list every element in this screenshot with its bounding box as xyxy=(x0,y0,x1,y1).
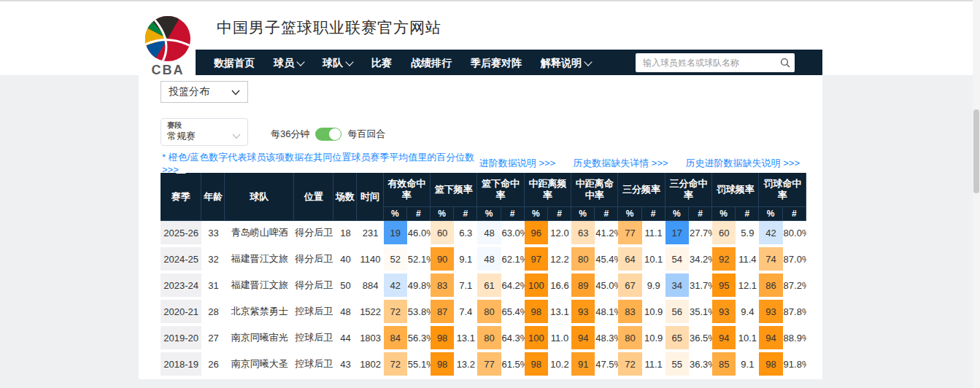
main-nav: 数据首页球员球队比赛战绩排行季后赛对阵解释说明 xyxy=(196,50,822,77)
column-header[interactable]: 赛季 xyxy=(161,173,201,221)
value-cell: 48.1% xyxy=(595,300,618,326)
cell-games: 48 xyxy=(333,300,357,326)
value-cell: 52.1% xyxy=(407,247,431,273)
percentile-cell: 72 xyxy=(384,300,407,326)
percentile-cell: 91 xyxy=(571,352,595,379)
scrollbar-thumb[interactable] xyxy=(973,109,979,193)
search-icon[interactable] xyxy=(776,53,795,72)
value-cell: 7.4 xyxy=(454,300,477,326)
stat-sub-header[interactable]: % xyxy=(665,207,689,221)
stat-sub-header[interactable]: # xyxy=(407,207,431,221)
column-header[interactable]: 年龄 xyxy=(201,173,225,221)
percentile-cell: 83 xyxy=(431,273,454,300)
nav-item[interactable]: 季后赛对阵 xyxy=(471,57,522,70)
stat-sub-header[interactable]: % xyxy=(712,207,736,221)
stat-sub-header[interactable]: # xyxy=(689,207,712,221)
value-cell: 36.5% xyxy=(689,326,712,352)
stat-group-header[interactable]: 有效命中率 xyxy=(384,173,431,207)
stat-sub-header[interactable]: # xyxy=(548,207,571,221)
percentile-cell: 42 xyxy=(759,221,782,247)
value-cell: 11.4 xyxy=(736,247,759,273)
percentile-cell: 87 xyxy=(431,300,454,326)
cell-team: 南京同曦大圣 xyxy=(225,352,294,379)
value-cell: 87.2% xyxy=(783,273,806,300)
percentile-cell: 67 xyxy=(618,273,641,300)
search-box xyxy=(636,53,795,72)
help-link[interactable]: 进阶数据说明 >>> xyxy=(479,157,555,170)
percentile-cell: 85 xyxy=(712,352,736,379)
toggle-knob xyxy=(329,128,341,140)
stat-group-header[interactable]: 罚球命中率 xyxy=(759,173,806,207)
stat-sub-header[interactable]: % xyxy=(384,207,407,221)
stat-sub-header[interactable]: % xyxy=(525,207,548,221)
cell-season: 2023-24 xyxy=(161,273,201,300)
percentile-cell: 34 xyxy=(665,273,689,300)
percentile-cell: 86 xyxy=(759,273,782,300)
chevron-down-icon xyxy=(584,58,592,66)
stat-group-header[interactable]: 篮下命中率 xyxy=(477,173,524,207)
value-cell: 9.4 xyxy=(736,300,759,326)
value-cell: 6.3 xyxy=(454,221,477,247)
nav-item[interactable]: 比赛 xyxy=(371,57,392,70)
stat-sub-header[interactable]: % xyxy=(571,207,595,221)
value-cell: 35.1% xyxy=(689,300,712,326)
stat-sub-header[interactable]: % xyxy=(618,207,641,221)
stat-group-header[interactable]: 篮下频率 xyxy=(431,173,477,207)
column-header[interactable]: 场数 xyxy=(333,173,357,221)
stat-category-select[interactable]: 投篮分布 xyxy=(161,81,248,103)
value-cell: 41.2% xyxy=(595,221,618,247)
stat-sub-header[interactable]: # xyxy=(736,207,759,221)
percentile-note-link[interactable]: * 橙色/蓝色数字代表球员该项数据在其同位置球员赛季平均值里的百分位数 >>> xyxy=(162,151,479,175)
stat-sub-header[interactable]: # xyxy=(783,207,806,221)
value-cell: 12.1 xyxy=(736,273,759,300)
cell-age: 31 xyxy=(201,273,225,300)
nav-item[interactable]: 解释说明 xyxy=(541,57,591,70)
stat-group-header[interactable]: 三分频率 xyxy=(618,173,665,207)
value-cell: 65.4% xyxy=(501,300,525,326)
cell-season: 2020-21 xyxy=(161,300,201,326)
nav-item[interactable]: 球队 xyxy=(323,57,352,70)
percentile-cell: 83 xyxy=(618,300,641,326)
search-input[interactable] xyxy=(636,58,776,68)
value-cell: 7.1 xyxy=(454,273,477,300)
value-cell: 13.1 xyxy=(548,300,571,326)
percentile-cell: 90 xyxy=(431,247,454,273)
cell-minutes: 1522 xyxy=(357,300,383,326)
nav-item-label: 球队 xyxy=(323,57,343,70)
stat-group-header[interactable]: 三分命中率 xyxy=(665,173,712,207)
stat-sub-header[interactable]: % xyxy=(477,207,501,221)
stat-sub-header[interactable]: % xyxy=(431,207,454,221)
value-cell: 11.0 xyxy=(548,326,571,352)
stat-group-header[interactable]: 中距离命中率 xyxy=(571,173,618,207)
stat-sub-header[interactable]: % xyxy=(759,207,782,221)
nav-item[interactable]: 战绩排行 xyxy=(411,57,452,70)
percentile-cell: 48 xyxy=(477,247,501,273)
per-mode-toggle-row: 每36分钟 每百回合 xyxy=(271,125,385,143)
cell-position: 控球后卫 xyxy=(294,352,333,379)
value-cell: 53.8% xyxy=(407,300,431,326)
nav-item[interactable]: 球员 xyxy=(274,57,304,70)
stat-group-header[interactable]: 中距离频率 xyxy=(525,173,571,207)
value-cell: 64.3% xyxy=(501,326,525,352)
table-row: 2025-2633青岛崂山啤酒得分后卫182311946.0%606.34863… xyxy=(161,221,806,247)
stage-select[interactable]: 赛段 常规赛 xyxy=(161,118,248,146)
stat-sub-header[interactable]: # xyxy=(642,207,665,221)
per-mode-toggle[interactable] xyxy=(315,128,342,141)
cell-team: 青岛崂山啤酒 xyxy=(225,221,294,247)
nav-item[interactable]: 数据首页 xyxy=(214,57,255,70)
value-cell: 62.1% xyxy=(501,247,525,273)
percentile-cell: 54 xyxy=(665,247,689,273)
stat-sub-header[interactable]: # xyxy=(595,207,618,221)
column-header[interactable]: 位置 xyxy=(294,173,333,221)
stat-sub-header[interactable]: # xyxy=(501,207,525,221)
help-link[interactable]: 历史进阶数据缺失说明 >>> xyxy=(686,157,800,170)
stat-sub-header[interactable]: # xyxy=(454,207,477,221)
value-cell: 45.0% xyxy=(595,273,618,300)
value-cell: 10.9 xyxy=(642,326,665,352)
stat-group-header[interactable]: 罚球频率 xyxy=(712,173,759,207)
column-header[interactable]: 球队 xyxy=(225,173,294,221)
help-link[interactable]: 历史数据缺失详情 >>> xyxy=(573,157,668,170)
cell-minutes: 884 xyxy=(357,273,383,300)
column-header[interactable]: 时间 xyxy=(357,173,383,221)
stats-table: 赛季年龄球队位置场数时间有效命中率篮下频率篮下命中率中距离频率中距离命中率三分频… xyxy=(161,173,806,379)
